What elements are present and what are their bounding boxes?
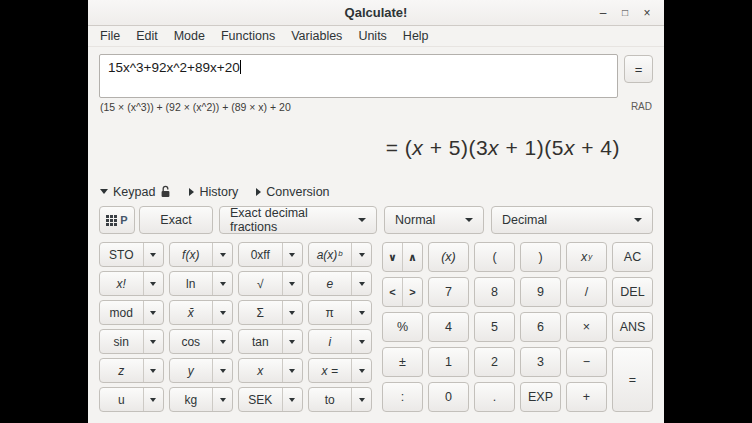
key-sqrt-menu[interactable] — [282, 272, 302, 295]
key-z-button[interactable]: z — [100, 359, 143, 382]
key-plus-minus[interactable]: ± — [382, 347, 423, 377]
key-mean-button[interactable]: x̄ — [170, 301, 213, 324]
key-9[interactable]: 9 — [520, 277, 561, 307]
menu-item-file[interactable]: File — [92, 27, 128, 45]
key-6[interactable]: 6 — [520, 312, 561, 342]
key-divide[interactable]: / — [566, 277, 607, 307]
key-decimal[interactable]: . — [474, 382, 515, 412]
key-4[interactable]: 4 — [428, 312, 469, 342]
key-cos-menu[interactable] — [212, 330, 232, 353]
history-expander[interactable]: History — [189, 185, 238, 199]
keypad-expander[interactable]: Keypad — [100, 185, 171, 199]
key-x-menu[interactable] — [282, 359, 302, 382]
key-sin-menu[interactable] — [143, 330, 163, 353]
key-left-paren[interactable]: ( — [474, 242, 515, 272]
key-ln-button[interactable]: ln — [170, 272, 213, 295]
key-imaginary-button[interactable]: i — [309, 330, 352, 353]
key-z-menu[interactable] — [143, 359, 163, 382]
key-unit-u-button[interactable]: u — [100, 388, 143, 411]
calculate-button[interactable]: = — [624, 55, 653, 83]
conversion-expander[interactable]: Conversion — [256, 185, 329, 199]
key-factorial-button[interactable]: x! — [100, 272, 143, 295]
key-kg-menu[interactable] — [212, 388, 232, 411]
key-sto-button[interactable]: STO — [100, 243, 143, 266]
key-sin-button[interactable]: sin — [100, 330, 143, 353]
key-up[interactable]: ∧ — [402, 243, 422, 271]
menu-item-help[interactable]: Help — [395, 27, 437, 45]
key-smart-parentheses[interactable]: (x) — [428, 242, 469, 272]
close-button[interactable]: × — [636, 6, 658, 20]
key-right[interactable]: > — [402, 278, 422, 306]
key-equals[interactable]: = — [612, 347, 653, 412]
key-assign-button[interactable]: x = — [309, 359, 352, 382]
key-assign-menu[interactable] — [351, 359, 371, 382]
key-tan-menu[interactable] — [282, 330, 302, 353]
key-base-exponent-button[interactable]: a(x)b — [309, 243, 352, 266]
key-sqrt-button[interactable]: √ — [239, 272, 282, 295]
key-ln-menu[interactable] — [212, 272, 232, 295]
menu-item-edit[interactable]: Edit — [128, 27, 166, 45]
key-minus[interactable]: − — [566, 347, 607, 377]
key-kg-button[interactable]: kg — [170, 388, 213, 411]
key-to-menu[interactable] — [351, 388, 371, 411]
minimize-button[interactable]: – — [592, 6, 614, 20]
key-mod-menu[interactable] — [143, 301, 163, 324]
key-plus[interactable]: + — [566, 382, 607, 412]
number-base-dropdown[interactable]: Decimal — [491, 206, 653, 234]
key-function-menu[interactable] — [212, 243, 232, 266]
maximize-button[interactable]: □ — [614, 7, 636, 18]
key-down[interactable]: ∨ — [383, 243, 402, 271]
key-tan-button[interactable]: tan — [239, 330, 282, 353]
key-ans[interactable]: ANS — [612, 312, 653, 342]
key-5[interactable]: 5 — [474, 312, 515, 342]
key-3[interactable]: 3 — [520, 347, 561, 377]
key-mean-menu[interactable] — [212, 301, 232, 324]
key-y-button[interactable]: y — [170, 359, 213, 382]
programming-keypad-toggle[interactable]: P — [99, 206, 135, 234]
key-pi-menu[interactable] — [351, 301, 371, 324]
key-left[interactable]: < — [383, 278, 402, 306]
key-colon[interactable]: : — [382, 382, 423, 412]
key-multiply[interactable]: × — [566, 312, 607, 342]
key-8[interactable]: 8 — [474, 277, 515, 307]
exact-toggle-button[interactable]: Exact — [139, 206, 213, 234]
key-1[interactable]: 1 — [428, 347, 469, 377]
key-del[interactable]: DEL — [612, 277, 653, 307]
key-factorial-menu[interactable] — [143, 272, 163, 295]
key-0[interactable]: 0 — [428, 382, 469, 412]
key-percent[interactable]: % — [382, 312, 423, 342]
key-hex-menu[interactable] — [282, 243, 302, 266]
menu-item-variables[interactable]: Variables — [283, 27, 350, 45]
display-mode-dropdown[interactable]: Normal — [384, 206, 484, 234]
key-sum-button[interactable]: Σ — [239, 301, 282, 324]
fraction-mode-dropdown[interactable]: Exact decimal fractions — [219, 206, 377, 234]
key-right-paren[interactable]: ) — [520, 242, 561, 272]
menu-item-mode[interactable]: Mode — [166, 27, 213, 45]
menu-item-units[interactable]: Units — [350, 27, 394, 45]
key-pi-button[interactable]: π — [309, 301, 352, 324]
key-function-button[interactable]: f(x) — [170, 243, 213, 266]
key-x-button[interactable]: x — [239, 359, 282, 382]
key-e-button[interactable]: e — [309, 272, 352, 295]
key-mod-button[interactable]: mod — [100, 301, 143, 324]
key-ac[interactable]: AC — [612, 242, 653, 272]
menu-item-functions[interactable]: Functions — [213, 27, 283, 45]
key-imaginary-menu[interactable] — [351, 330, 371, 353]
unlock-icon[interactable] — [160, 185, 171, 198]
key-sek-menu[interactable] — [282, 388, 302, 411]
key-sek-button[interactable]: SEK — [239, 388, 282, 411]
key-unit-u-menu[interactable] — [143, 388, 163, 411]
titlebar[interactable]: Qalculate! – □ × — [88, 0, 664, 26]
key-7[interactable]: 7 — [428, 277, 469, 307]
key-cos-button[interactable]: cos — [170, 330, 213, 353]
expression-input[interactable]: 15x^3+92x^2+89x+20 — [99, 54, 618, 98]
key-sum-menu[interactable] — [282, 301, 302, 324]
key-e-menu[interactable] — [351, 272, 371, 295]
key-power[interactable]: xy — [566, 242, 607, 272]
key-sto-menu[interactable] — [143, 243, 163, 266]
key-exp[interactable]: EXP — [520, 382, 561, 412]
key-y-menu[interactable] — [212, 359, 232, 382]
key-to-button[interactable]: to — [309, 388, 352, 411]
key-base-exponent-menu[interactable] — [351, 243, 371, 266]
key-hex-button[interactable]: 0xff — [239, 243, 282, 266]
